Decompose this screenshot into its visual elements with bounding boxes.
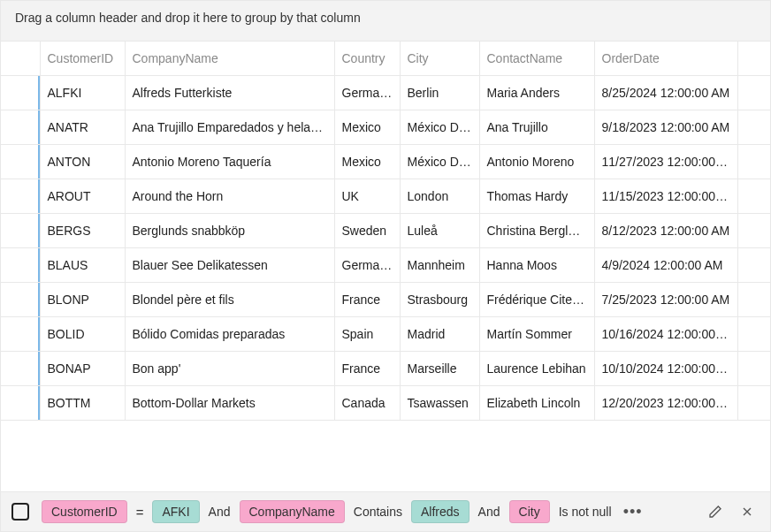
cell-contact-name[interactable]: Christina Berglund [479,214,594,248]
cell-customer-id[interactable]: ANTON [40,145,125,179]
cell-city[interactable]: Marseille [400,352,479,386]
row-indicator[interactable] [1,145,40,179]
cell-order-date[interactable]: 8/25/2024 12:00:00 AM [594,76,737,110]
table-row[interactable]: BLONPBlondel père et filsFranceStrasbour… [1,283,770,317]
cell-contact-name[interactable]: Frédérique Citeaux [479,283,594,317]
cell-customer-id[interactable]: BOTTM [40,386,125,421]
cell-order-date[interactable]: 7/25/2023 12:00:00 AM [594,283,737,317]
cell-order-date[interactable]: 4/9/2024 12:00:00 AM [594,248,737,283]
cell-customer-id[interactable]: BLONP [40,283,125,317]
cell-country[interactable]: Mexico [334,145,400,179]
cell-contact-name[interactable]: Antonio Moreno [479,145,594,179]
cell-company-name[interactable]: Alfreds Futterkiste [125,76,334,110]
cell-company-name[interactable]: Blauer See Delikatessen [125,248,334,283]
cell-order-date[interactable]: 8/12/2023 12:00:00 AM [594,214,737,248]
cell-order-date[interactable]: 11/15/2023 12:00:00 AM [594,179,737,214]
table-row[interactable]: ANATRAna Trujillo Emparedados y heladosM… [1,110,770,145]
cell-contact-name[interactable]: Thomas Hardy [479,179,594,214]
row-indicator[interactable] [1,386,40,421]
filter-value-alfreds[interactable]: Alfreds [411,500,469,523]
table-row[interactable]: BONAPBon app'FranceMarseilleLaurence Leb… [1,352,770,386]
cell-city[interactable]: Berlin [400,76,479,110]
cell-order-date[interactable]: 11/27/2023 12:00:00 AM [594,145,737,179]
cell-company-name[interactable]: Ana Trujillo Emparedados y helados [125,110,334,145]
row-indicator[interactable] [1,248,40,283]
table-row[interactable]: BERGSBerglunds snabbköpSwedenLuleåChrist… [1,214,770,248]
row-indicator[interactable] [1,317,40,352]
filter-field-company-name[interactable]: CompanyName [240,500,345,523]
cell-city[interactable]: Madrid [400,317,479,352]
cell-customer-id[interactable]: ALFKI [40,76,125,110]
table-row[interactable]: ALFKIAlfreds FutterkisteGermanyBerlinMar… [1,76,770,110]
cell-city[interactable]: Luleå [400,214,479,248]
filter-value-afki[interactable]: AFKI [152,500,199,523]
filter-field-customer-id[interactable]: CustomerID [42,500,127,523]
cell-country[interactable]: Germany [334,248,400,283]
cell-country[interactable]: Spain [334,317,400,352]
cell-country[interactable]: Canada [334,386,400,421]
column-header-city[interactable]: City [400,42,479,76]
filter-logic-and-1[interactable]: And [207,505,233,519]
filter-close-button[interactable] [735,499,760,524]
cell-country[interactable]: France [334,352,400,386]
row-indicator[interactable] [1,76,40,110]
row-indicator[interactable] [1,352,40,386]
cell-contact-name[interactable]: Elizabeth Lincoln [479,386,594,421]
cell-city[interactable]: México D.F. [400,145,479,179]
table-row[interactable]: ANTONAntonio Moreno TaqueríaMexicoMéxico… [1,145,770,179]
row-indicator[interactable] [1,283,40,317]
row-indicator[interactable] [1,110,40,145]
table-row[interactable]: BOLIDBólido Comidas preparadasSpainMadri… [1,317,770,352]
cell-contact-name[interactable]: Laurence Lebihan [479,352,594,386]
filter-more-button[interactable]: ••• [621,499,645,524]
filter-operator-is-not-null[interactable]: Is not null [557,505,614,519]
filter-operator-equals[interactable]: = [134,505,146,520]
cell-customer-id[interactable]: BONAP [40,352,125,386]
cell-order-date[interactable]: 12/20/2023 12:00:00 AM [594,386,737,421]
cell-company-name[interactable]: Around the Horn [125,179,334,214]
cell-order-date[interactable]: 10/10/2024 12:00:00 AM [594,352,737,386]
cell-country[interactable]: France [334,283,400,317]
row-indicator[interactable] [1,179,40,214]
cell-country[interactable]: UK [334,179,400,214]
cell-customer-id[interactable]: ANATR [40,110,125,145]
column-header-order-date[interactable]: OrderDate [594,42,737,76]
cell-contact-name[interactable]: Hanna Moos [479,248,594,283]
cell-company-name[interactable]: Berglunds snabbköp [125,214,334,248]
filter-edit-button[interactable] [703,499,728,524]
cell-customer-id[interactable]: BOLID [40,317,125,352]
cell-country[interactable]: Mexico [334,110,400,145]
table-row[interactable]: AROUTAround the HornUKLondonThomas Hardy… [1,179,770,214]
cell-customer-id[interactable]: BERGS [40,214,125,248]
cell-city[interactable]: London [400,179,479,214]
cell-city[interactable]: México D.F. [400,110,479,145]
cell-company-name[interactable]: Bottom-Dollar Markets [125,386,334,421]
cell-company-name[interactable]: Antonio Moreno Taquería [125,145,334,179]
cell-country[interactable]: Germany [334,76,400,110]
cell-contact-name[interactable]: Ana Trujillo [479,110,594,145]
cell-company-name[interactable]: Blondel père et fils [125,283,334,317]
cell-company-name[interactable]: Bólido Comidas preparadas [125,317,334,352]
cell-city[interactable]: Strasbourg [400,283,479,317]
cell-order-date[interactable]: 10/16/2024 12:00:00 AM [594,317,737,352]
table-row[interactable]: BOTTMBottom-Dollar MarketsCanadaTsawasse… [1,386,770,421]
group-by-panel[interactable]: Drag a column header and drop it here to… [1,1,770,42]
cell-company-name[interactable]: Bon app' [125,352,334,386]
filter-logic-and-2[interactable]: And [477,505,502,519]
column-header-customer-id[interactable]: CustomerID [40,42,125,76]
table-row[interactable]: BLAUSBlauer See DelikatessenGermanyMannh… [1,248,770,283]
cell-customer-id[interactable]: AROUT [40,179,125,214]
column-header-company-name[interactable]: CompanyName [125,42,334,76]
column-header-contact-name[interactable]: ContactName [479,42,594,76]
cell-contact-name[interactable]: Martín Sommer [479,317,594,352]
filter-field-city[interactable]: City [509,500,550,523]
cell-customer-id[interactable]: BLAUS [40,248,125,283]
cell-city[interactable]: Tsawassen [400,386,479,421]
cell-order-date[interactable]: 9/18/2023 12:00:00 AM [594,110,737,145]
filter-operator-contains[interactable]: Contains [352,505,404,519]
column-header-country[interactable]: Country [334,42,400,76]
cell-contact-name[interactable]: Maria Anders [479,76,594,110]
cell-city[interactable]: Mannheim [400,248,479,283]
cell-country[interactable]: Sweden [334,214,400,248]
row-indicator[interactable] [1,214,40,248]
